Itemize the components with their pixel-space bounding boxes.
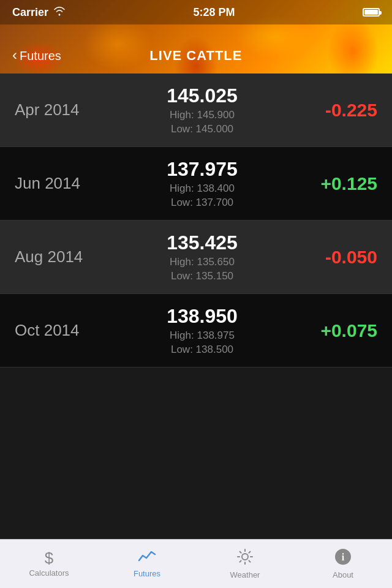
header-nav: ‹ Futures LIVE CATTLE	[12, 48, 380, 64]
svg-point-0	[242, 554, 248, 560]
wifi-icon	[53, 6, 66, 18]
carrier-label: Carrier	[12, 6, 48, 19]
tab-calculators-label: Calculators	[29, 568, 69, 578]
row-month: Apr 2014	[15, 100, 125, 119]
row-change: -0.050	[279, 247, 377, 268]
tab-futures[interactable]: Futures	[98, 540, 196, 588]
row-change: -0.225	[279, 100, 377, 121]
row-price: 137.975	[125, 158, 279, 181]
status-time: 5:28 PM	[194, 6, 235, 19]
futures-icon	[138, 549, 156, 567]
row-month: Jun 2014	[15, 174, 125, 193]
row-center: 137.975 High: 138.400 Low: 137.700	[125, 158, 279, 209]
row-price: 138.950	[125, 305, 279, 328]
svg-line-8	[240, 560, 241, 562]
svg-line-5	[240, 552, 241, 553]
row-high: High: 138.975	[125, 330, 279, 342]
row-low: Low: 145.000	[125, 123, 279, 135]
about-icon: i	[334, 548, 352, 568]
back-label: Futures	[20, 49, 61, 63]
page-title: LIVE CATTLE	[61, 48, 331, 64]
row-low: Low: 137.700	[125, 197, 279, 209]
row-center: 138.950 High: 138.975 Low: 138.500	[125, 305, 279, 356]
row-low: Low: 138.500	[125, 344, 279, 356]
tab-about-label: About	[333, 570, 353, 579]
svg-line-6	[249, 560, 250, 562]
tab-weather[interactable]: Weather	[196, 540, 294, 588]
battery-icon	[363, 8, 380, 17]
row-change: +0.075	[279, 320, 377, 341]
futures-list: Apr 2014 145.025 High: 145.900 Low: 145.…	[0, 74, 392, 539]
row-month: Aug 2014	[15, 247, 125, 266]
row-month: Oct 2014	[15, 321, 125, 340]
row-center: 135.425 High: 135.650 Low: 135.150	[125, 232, 279, 282]
svg-text:i: i	[342, 552, 345, 562]
row-center: 145.025 High: 145.900 Low: 145.000	[125, 85, 279, 135]
tab-about[interactable]: i About	[294, 540, 392, 588]
tab-calculators[interactable]: $ Calculators	[0, 540, 98, 588]
row-change: +0.125	[279, 173, 377, 194]
back-button[interactable]: ‹ Futures	[12, 48, 61, 64]
back-chevron-icon: ‹	[12, 47, 17, 64]
futures-row[interactable]: Apr 2014 145.025 High: 145.900 Low: 145.…	[0, 74, 392, 147]
row-high: High: 138.400	[125, 183, 279, 195]
row-low: Low: 135.150	[125, 270, 279, 282]
futures-row[interactable]: Jun 2014 137.975 High: 138.400 Low: 137.…	[0, 147, 392, 221]
row-high: High: 145.900	[125, 109, 279, 121]
svg-line-7	[249, 552, 250, 553]
row-price: 145.025	[125, 85, 279, 107]
row-high: High: 135.650	[125, 256, 279, 268]
tab-futures-label: Futures	[134, 569, 160, 578]
status-bar-right	[363, 8, 380, 17]
futures-row[interactable]: Aug 2014 135.425 High: 135.650 Low: 135.…	[0, 221, 392, 294]
tab-bar: $ Calculators Futures Weather	[0, 539, 392, 588]
weather-icon	[236, 548, 254, 568]
status-bar-left: Carrier	[12, 6, 66, 19]
tab-weather-label: Weather	[230, 570, 260, 579]
status-bar: Carrier 5:28 PM	[0, 0, 392, 24]
calculators-icon: $	[45, 550, 53, 566]
futures-row[interactable]: Oct 2014 138.950 High: 138.975 Low: 138.…	[0, 294, 392, 368]
row-price: 135.425	[125, 232, 279, 254]
